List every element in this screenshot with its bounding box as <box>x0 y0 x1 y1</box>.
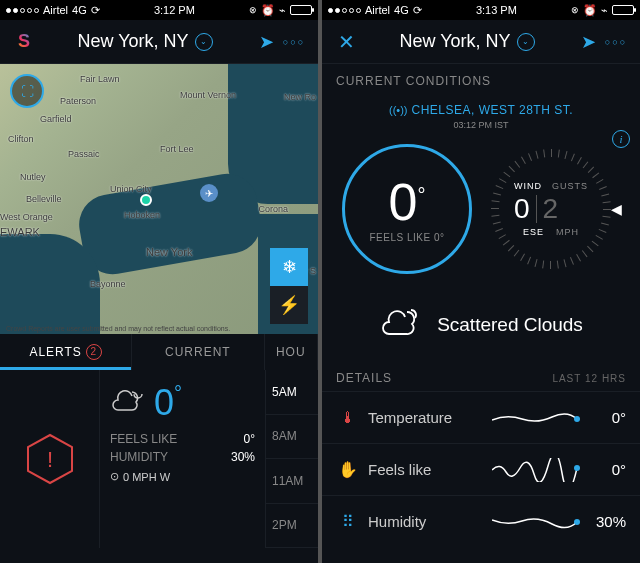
sparkline-icon <box>492 510 582 534</box>
user-location-icon <box>140 194 152 206</box>
svg-point-5 <box>574 519 580 525</box>
main-content: ! 0° FEELS LIKE0° HUMIDITY30% ⊙0 MPH W 5… <box>0 370 318 548</box>
map-label: Paterson <box>60 96 96 106</box>
location-title[interactable]: New York, NY ⌄ <box>38 31 252 52</box>
humidity-value: 30% <box>231 450 255 464</box>
station-location[interactable]: ((•))CHELSEA, WEST 28TH ST. 03:12 PM IST… <box>322 94 640 136</box>
detail-label: Feels like <box>360 461 492 478</box>
thermometer-icon: 🌡 <box>336 409 360 427</box>
wind-label: WIND <box>514 181 542 191</box>
map-label: Union City <box>110 184 152 194</box>
battery-icon <box>612 5 634 15</box>
lock-icon: ⊗ <box>571 5 579 15</box>
condition-text: Scattered Clouds <box>437 314 583 336</box>
alarm-icon: ⏰ <box>583 4 597 17</box>
clock: 3:12 PM <box>154 4 195 16</box>
hand-icon: ✋ <box>336 460 360 479</box>
cloud-moon-icon <box>110 388 146 418</box>
condition-description: Scattered Clouds <box>322 288 640 361</box>
signal-dots-icon <box>328 8 361 13</box>
clock: 3:13 PM <box>476 4 517 16</box>
humidity-label: HUMIDITY <box>110 450 168 464</box>
map-label: Hoboken <box>124 210 160 220</box>
tab-alerts[interactable]: ALERTS 2 <box>0 334 132 370</box>
map-label: West Orange <box>0 212 53 222</box>
app-header: ✕ New York, NY ⌄ ➤ ○○○ <box>322 20 640 64</box>
expand-map-button[interactable]: ⛶ <box>10 74 44 108</box>
detail-label: Temperature <box>360 409 492 426</box>
location-title[interactable]: New York, NY ⌄ <box>360 31 574 52</box>
wind-dial: WINDGUSTS 0 2 ESEMPH ◀ <box>486 144 616 274</box>
locate-icon[interactable]: ➤ <box>581 31 596 53</box>
section-subtitle: LAST 12 HRS <box>552 373 626 384</box>
map-label: New York <box>146 246 192 258</box>
humidity-icon: ⠿ <box>336 512 360 531</box>
wifi-search-icon: ⟳ <box>413 4 422 17</box>
detail-value: 30% <box>582 513 626 530</box>
location-dropdown-icon[interactable]: ⌄ <box>517 33 535 51</box>
more-icon[interactable]: ○○○ <box>605 37 627 47</box>
detail-temperature[interactable]: 🌡 Temperature 0° <box>322 391 640 443</box>
detail-value: 0° <box>582 461 626 478</box>
scattered-clouds-icon <box>379 306 423 343</box>
current-temp: 0° <box>154 382 182 424</box>
svg-text:!: ! <box>46 447 52 472</box>
map-label: Garfield <box>40 114 72 124</box>
app-logo-icon[interactable]: S <box>10 31 38 52</box>
alert-panel[interactable]: ! <box>0 370 100 548</box>
map-label: Belleville <box>26 194 62 204</box>
section-title: DETAILS <box>336 371 392 385</box>
status-bar: Airtel 4G ⟳ 3:12 PM ⊗ ⏰ ⌁ <box>0 0 318 20</box>
detail-label: Humidity <box>360 513 492 530</box>
wind-unit: MPH <box>556 227 579 237</box>
feels-like-label: FEELS LIKE <box>110 432 177 446</box>
layer-lightning-button[interactable]: ⚡ <box>270 286 308 324</box>
wind-direction-icon: ⊙ <box>110 470 119 483</box>
temp-circle: 0° FEELS LIKE 0° <box>342 144 472 274</box>
tab-hourly[interactable]: HOU <box>265 334 319 370</box>
hour-row[interactable]: 11AM <box>266 459 318 504</box>
main-temp: 0° <box>389 176 426 228</box>
detail-humidity[interactable]: ⠿ Humidity 30% <box>322 495 640 547</box>
section-details: DETAILS LAST 12 HRS <box>322 361 640 391</box>
location-dropdown-icon[interactable]: ⌄ <box>195 33 213 51</box>
weather-map[interactable]: Fair Lawn Paterson Garfield Clifton Pass… <box>0 64 318 334</box>
close-icon[interactable]: ✕ <box>338 30 355 54</box>
status-bar: Airtel 4G ⟳ 3:13 PM ⊗ ⏰ ⌁ <box>322 0 640 20</box>
map-label: Fair Lawn <box>80 74 120 84</box>
alarm-icon: ⏰ <box>261 4 275 17</box>
current-panel[interactable]: 0° FEELS LIKE0° HUMIDITY30% ⊙0 MPH W <box>100 370 266 548</box>
wifi-search-icon: ⟳ <box>91 4 100 17</box>
map-label: Mount Vernon <box>180 90 236 100</box>
hour-row[interactable]: 8AM <box>266 415 318 460</box>
hour-row[interactable]: 5AM <box>266 370 318 415</box>
carrier-label: Airtel <box>365 4 390 16</box>
network-label: 4G <box>72 4 87 16</box>
alert-icon: ! <box>24 433 76 485</box>
airport-icon: ✈ <box>200 184 218 202</box>
conditions-main: 0° FEELS LIKE 0° WINDGUSTS 0 2 ESEMPH ◀ <box>322 136 640 288</box>
tab-current[interactable]: CURRENT <box>132 334 264 370</box>
detail-feels-like[interactable]: ✋ Feels like 0° <box>322 443 640 495</box>
raindrop-icon: ❄ <box>282 256 297 278</box>
broadcast-icon: ((•)) <box>389 104 408 116</box>
detail-value: 0° <box>582 409 626 426</box>
hour-row[interactable]: 2PM <box>266 504 318 549</box>
locate-icon[interactable]: ➤ <box>259 31 274 53</box>
carrier-label: Airtel <box>43 4 68 16</box>
phone-right: Airtel 4G ⟳ 3:13 PM ⊗ ⏰ ⌁ ✕ New York, NY… <box>322 0 640 563</box>
map-label: Nutley <box>20 172 46 182</box>
expand-icon: ⛶ <box>21 84 34 99</box>
more-icon[interactable]: ○○○ <box>283 37 305 47</box>
app-header: S New York, NY ⌄ ➤ ○○○ <box>0 20 318 64</box>
network-label: 4G <box>394 4 409 16</box>
phone-left: Airtel 4G ⟳ 3:12 PM ⊗ ⏰ ⌁ S New York, NY… <box>0 0 318 563</box>
map-disclaimer: Crowd Reports are user submitted and may… <box>6 325 230 332</box>
map-label: Clifton <box>8 134 34 144</box>
feels-like-label: FEELS LIKE 0° <box>370 232 445 243</box>
map-label: EWARK <box>0 226 40 238</box>
hourly-panel[interactable]: 5AM 8AM 11AM 2PM <box>266 370 318 548</box>
layer-precipitation-button[interactable]: ❄ <box>270 248 308 286</box>
station-time: 03:12 PM IST <box>322 120 640 130</box>
alerts-badge: 2 <box>86 344 102 360</box>
